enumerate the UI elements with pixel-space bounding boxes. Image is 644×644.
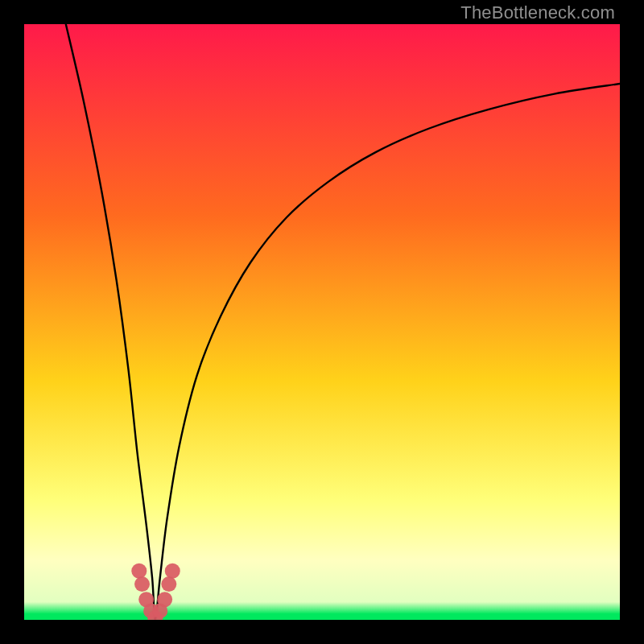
marker-point [134,576,150,592]
marker-point [165,564,180,579]
marker-point [161,576,176,592]
bottleneck-chart [24,24,620,620]
watermark-text: TheBottleneck.com [460,2,615,23]
gradient-background [24,24,620,620]
marker-point [157,592,172,607]
marker-point [131,564,147,579]
chart-frame [24,24,620,620]
